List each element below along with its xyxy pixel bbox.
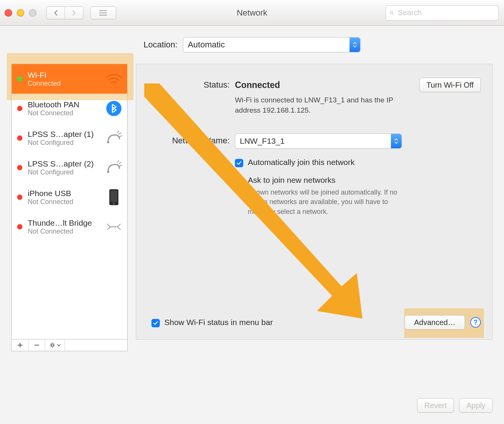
ask-join-checkbox[interactable] [235,177,243,185]
svg-point-30 [51,344,54,346]
wifi-toggle-button[interactable]: Turn Wi-Fi Off [419,78,481,92]
svg-line-18 [119,133,121,134]
auto-join-checkbox[interactable] [235,159,243,167]
location-select[interactable]: Automatic [183,37,361,52]
svg-point-4 [99,12,101,13]
svg-line-21 [117,161,119,162]
thunderbolt-icon [105,218,123,236]
service-footer-spacer [65,339,127,351]
svg-point-16 [107,141,109,143]
search-input[interactable] [397,8,495,17]
svg-point-29 [115,226,117,228]
window-controls [5,9,36,17]
status-dot-icon [17,195,22,200]
service-list-footer [11,339,128,351]
status-dot-icon [17,76,22,82]
location-value: Automatic [188,40,225,50]
svg-point-3 [105,10,106,11]
close-icon[interactable] [5,9,12,17]
nav-back-forward [46,6,83,19]
status-description: Wi-Fi is connected to LNW_F13_1 and has … [235,95,398,115]
show-menubar-label: Show Wi-Fi status in menu bar [164,318,273,327]
svg-point-27 [111,226,113,228]
show-menubar-checkbox[interactable] [151,319,160,327]
apply-button[interactable]: Apply [459,398,493,413]
plus-icon [17,342,23,348]
service-name: Bluetooth PAN [28,100,100,109]
service-name: Thunde…lt Bridge [28,218,100,228]
add-service-button[interactable] [12,339,28,351]
svg-rect-25 [110,191,117,202]
dialog-footer: Revert Apply [417,398,493,413]
svg-line-37 [50,346,51,347]
svg-point-0 [99,10,101,11]
svg-point-10 [103,14,104,16]
service-status: Not Connected [28,228,100,236]
svg-point-1 [101,10,102,11]
auto-join-label: Automatically join this network [248,158,354,167]
svg-point-7 [105,12,106,13]
status-dot-icon [17,165,22,170]
network-name-select[interactable]: LNW_F13_1 [235,133,402,149]
revert-button[interactable]: Revert [417,398,454,413]
service-status: Not Connected [28,109,100,117]
show-all-button[interactable] [90,6,116,19]
minus-icon [34,342,39,348]
service-list: Wi-Fi Connected Bluetooth PAN Not Connec… [11,64,128,339]
service-item-thunde-lt-bridge[interactable]: Thunde…lt Bridge Not Connected [12,212,127,242]
svg-line-36 [53,346,54,347]
service-item-wi-fi[interactable]: Wi-Fi Connected [12,64,127,94]
remove-service-button[interactable] [28,339,45,351]
svg-line-35 [50,344,51,344]
service-item-bluetooth-pan[interactable]: Bluetooth PAN Not Connected [12,94,127,123]
search-icon [390,9,394,16]
service-name: LPSS S…apter (1) [28,130,100,139]
service-status: Not Configured [28,168,100,176]
network-name-value: LNW_F13_1 [240,137,285,146]
svg-line-19 [120,136,122,137]
network-name-label: Network Name: [151,133,235,146]
service-status: Not Connected [28,198,100,206]
select-stepper-icon [350,38,360,52]
window-toolbar: Network [0,0,504,26]
service-item-lpss-s-apter-1-[interactable]: LPSS S…apter (1) Not Configured [12,123,127,153]
phone-icon [105,188,123,206]
svg-line-17 [117,131,119,133]
dialup-icon [105,159,123,176]
svg-point-2 [103,10,104,11]
status-label: Status: [151,78,235,90]
service-name: iPhone USB [28,189,100,198]
chevron-down-icon [57,344,61,347]
ask-join-description: Known networks will be joined automatica… [248,188,407,217]
advanced-button[interactable]: Advanced… [405,315,465,330]
minimize-icon[interactable] [17,9,24,17]
svg-point-14 [113,83,115,85]
service-item-iphone-usb[interactable]: iPhone USB Not Connected [12,182,127,212]
ask-join-label: Ask to join new networks [248,176,407,185]
svg-point-8 [99,14,101,16]
svg-line-23 [120,165,122,166]
service-item-lpss-s-apter-2-[interactable]: LPSS S…apter (2) Not Configured [12,153,127,182]
status-dot-icon [17,224,22,229]
svg-point-26 [113,203,115,204]
status-dot-icon [17,135,22,141]
wifi-icon [105,70,123,88]
service-name: Wi-Fi [28,71,100,80]
svg-line-22 [119,162,121,164]
gear-icon [49,342,56,349]
dialup-icon [105,129,123,147]
bluetooth-icon [105,100,123,117]
service-action-button[interactable] [45,339,65,351]
service-status: Connected [28,80,100,88]
svg-point-5 [101,12,102,13]
window-title: Network [237,8,268,18]
help-button[interactable]: ? [470,317,481,328]
select-stepper-icon [391,134,402,148]
forward-button[interactable] [65,7,83,19]
back-button[interactable] [47,7,65,19]
status-dot-icon [17,106,22,111]
svg-line-13 [392,13,394,14]
details-panel: Status: Connected Turn Wi-Fi Off Wi-Fi i… [136,64,493,340]
service-status: Not Configured [28,139,100,147]
search-field[interactable] [386,5,499,20]
